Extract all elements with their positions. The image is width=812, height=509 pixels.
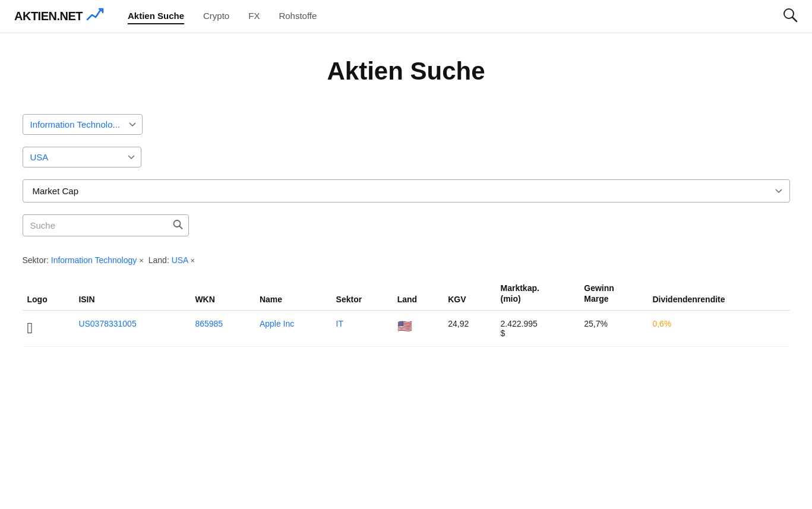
th-land: Land xyxy=(393,277,444,311)
country-filter-prefix: Land: xyxy=(149,255,172,265)
th-gewinn: GewinnMarge xyxy=(579,277,647,311)
search-input-wrapper xyxy=(23,214,189,236)
country-filter-value: USA xyxy=(172,255,188,265)
sector-filter-remove[interactable]: × xyxy=(139,256,144,265)
marktkap-value: 2.422.995 xyxy=(501,319,538,328)
th-isin: ISIN xyxy=(74,277,190,311)
nav-crypto[interactable]: Crypto xyxy=(203,8,229,24)
cell-marktkap: 2.422.995 $ xyxy=(496,311,580,347)
th-logo: Logo xyxy=(23,277,74,311)
cell-wkn: 865985 xyxy=(190,311,255,347)
dividende-value: 0,6% xyxy=(652,319,671,328)
cell-sektor: IT xyxy=(331,311,393,347)
sort-select[interactable]: Market Cap xyxy=(23,179,790,203)
nav-rohstoffe[interactable]: Rohstoffe xyxy=(279,8,317,24)
country-filter-remove[interactable]: × xyxy=(191,256,195,265)
sort-filter-row: Market Cap xyxy=(23,179,790,203)
th-name: Name xyxy=(255,277,331,311)
cell-gewinn: 25,7% xyxy=(579,311,647,347)
table-body:  US0378331005 865985 Apple Inc IT 🇺🇸 24… xyxy=(23,311,790,347)
site-name: AKTIEN.NET xyxy=(14,10,83,23)
marktkap-suffix: $ xyxy=(501,328,505,338)
cell-name: Apple Inc xyxy=(255,311,331,347)
svg-line-1 xyxy=(792,17,797,21)
isin-link[interactable]: US0378331005 xyxy=(78,319,136,328)
wkn-link[interactable]: 865985 xyxy=(195,319,223,328)
table-row:  US0378331005 865985 Apple Inc IT 🇺🇸 24… xyxy=(23,311,790,347)
th-marktkap: Marktkap.(mio) xyxy=(496,277,580,311)
th-kgv: KGV xyxy=(443,277,495,311)
country-filter-tag: Land: USA × xyxy=(149,255,195,265)
logo-chart-icon xyxy=(86,7,104,26)
cell-dividende: 0,6% xyxy=(647,311,789,347)
search-input[interactable] xyxy=(23,214,189,236)
country-filter-row: USA xyxy=(23,147,790,167)
active-filters: Sektor: Information Technology × Land: U… xyxy=(23,255,790,265)
header-search-button[interactable] xyxy=(782,7,798,26)
th-wkn: WKN xyxy=(190,277,255,311)
sector-filter-row: Information Technolo... xyxy=(23,114,790,135)
cell-isin: US0378331005 xyxy=(74,311,190,347)
th-dividende: Dividendenrendite xyxy=(647,277,789,311)
nav-aktien-suche[interactable]: Aktien Suche xyxy=(128,8,184,24)
country-select[interactable]: USA xyxy=(23,147,141,167)
sector-select[interactable]: Information Technolo... xyxy=(23,114,143,135)
flag-icon: 🇺🇸 xyxy=(397,320,412,333)
sector-filter-value: Information Technology xyxy=(51,255,137,265)
sector-filter-tag: Sektor: Information Technology × xyxy=(23,255,144,265)
search-filter-row xyxy=(23,214,790,236)
nav-fx[interactable]: FX xyxy=(248,8,260,24)
apple-logo-icon:  xyxy=(27,319,33,337)
page-title: Aktien Suche xyxy=(23,57,790,86)
table-header: Logo ISIN WKN Name Sektor Land KGV Markt… xyxy=(23,277,790,311)
main-nav: Aktien Suche Crypto FX Rohstoffe xyxy=(128,8,782,24)
name-link[interactable]: Apple Inc xyxy=(260,319,294,328)
cell-logo:  xyxy=(23,311,74,347)
filters-section: Information Technolo... USA Market Cap xyxy=(23,114,790,236)
header: AKTIEN.NET Aktien Suche Crypto FX Rohsto… xyxy=(0,0,812,33)
sector-filter-prefix: Sektor: xyxy=(23,255,51,265)
sektor-link[interactable]: IT xyxy=(336,319,343,328)
cell-kgv: 24,92 xyxy=(443,311,495,347)
site-logo[interactable]: AKTIEN.NET xyxy=(14,7,104,26)
main-content: Aktien Suche Information Technolo... USA… xyxy=(8,33,804,371)
th-sektor: Sektor xyxy=(331,277,393,311)
cell-land: 🇺🇸 xyxy=(393,311,444,347)
stock-table: Logo ISIN WKN Name Sektor Land KGV Markt… xyxy=(23,277,790,347)
